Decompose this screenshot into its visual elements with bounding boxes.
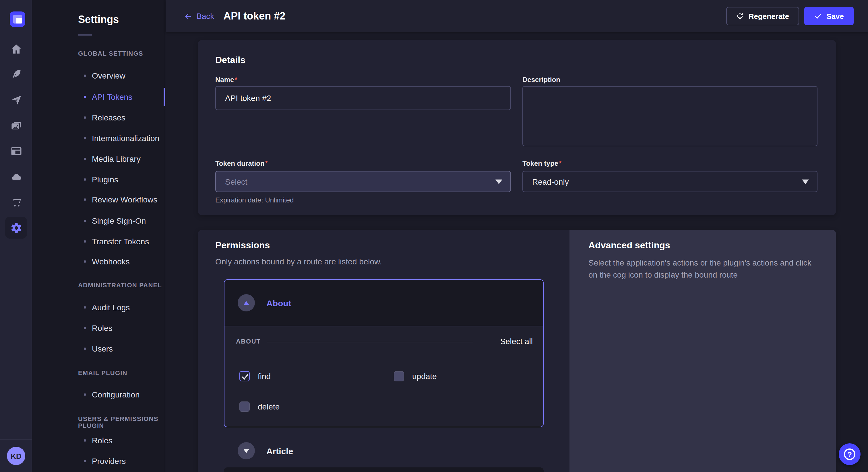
permission-update[interactable]: update <box>394 371 437 381</box>
about-section-label: ABOUT <box>236 338 260 345</box>
advanced-settings-heading: Advanced settings <box>588 240 670 250</box>
chevron-down-icon <box>802 179 809 184</box>
save-button[interactable]: Save <box>804 7 854 25</box>
sidebar-item-webhooks[interactable]: Webhooks <box>32 251 165 272</box>
app: KD Settings GLOBAL SETTINGS Overview API… <box>0 0 868 472</box>
section-users-permissions-plugin: USERS & PERMISSIONS PLUGIN <box>78 415 165 429</box>
delete-checkbox[interactable] <box>239 401 250 412</box>
divider <box>267 342 473 342</box>
description-textarea[interactable] <box>522 86 817 146</box>
accordion-article[interactable]: Article <box>224 434 544 467</box>
sidebar-item-single-sign-on[interactable]: Single Sign-On <box>32 210 165 231</box>
find-checkbox[interactable] <box>239 371 250 381</box>
permissions-panel: Permissions Only actions bound by a rout… <box>198 230 569 472</box>
feather-icon[interactable] <box>0 63 32 86</box>
back-label: Back <box>196 11 214 21</box>
sidebar-item-transfer-tokens[interactable]: Transfer Tokens <box>32 231 165 252</box>
expand-toggle-button[interactable] <box>238 442 255 460</box>
sidebar-item-providers[interactable]: Providers <box>32 451 165 471</box>
main-content: Back API token #2 Regenerate Save Detail… <box>166 0 868 472</box>
media-library-icon[interactable] <box>0 114 32 137</box>
collapse-toggle-button[interactable] <box>238 294 255 311</box>
token-type-label: Token type* <box>522 160 561 167</box>
token-duration-helper: Expiration date: Unlimited <box>215 196 293 204</box>
sidebar-item-users[interactable]: Users <box>32 338 165 359</box>
refresh-icon <box>736 12 744 20</box>
accordion-about-title: About <box>267 298 291 308</box>
page-title: API token #2 <box>223 10 285 22</box>
permission-delete[interactable]: delete <box>239 401 280 412</box>
section-email-plugin: EMAIL PLUGIN <box>78 369 127 376</box>
advanced-settings-panel: Advanced settings Select the application… <box>569 230 836 472</box>
section-administration-panel: ADMINISTRATION PANEL <box>78 281 162 289</box>
accordion-about-body: ABOUT Select all find update <box>224 327 543 427</box>
next-accordion-peek <box>224 467 544 472</box>
regenerate-button[interactable]: Regenerate <box>726 7 799 25</box>
sidebar-item-media-library[interactable]: Media Library <box>32 148 165 169</box>
sidebar-item-audit-logs[interactable]: Audit Logs <box>32 297 165 318</box>
back-button[interactable]: Back <box>184 11 214 21</box>
avatar[interactable]: KD <box>7 447 25 465</box>
sidebar-title-rule <box>78 34 92 36</box>
rail-divider <box>0 439 32 440</box>
send-icon[interactable] <box>0 88 32 111</box>
name-label: Name* <box>215 76 237 84</box>
help-button[interactable]: ? <box>839 443 861 465</box>
sidebar-title: Settings <box>78 14 119 26</box>
sidebar-item-releases[interactable]: Releases <box>32 107 165 128</box>
strapi-logo[interactable] <box>10 11 25 27</box>
home-icon[interactable] <box>0 37 32 60</box>
chevron-up-icon <box>243 301 249 305</box>
token-type-select[interactable]: Read-only <box>522 171 817 192</box>
sidebar-item-overview[interactable]: Overview <box>32 65 165 86</box>
update-checkbox[interactable] <box>394 371 404 381</box>
sidebar-item-up-roles[interactable]: Roles <box>32 430 165 451</box>
sidebar-item-roles[interactable]: Roles <box>32 318 165 338</box>
token-duration-select[interactable]: Select <box>215 171 511 192</box>
permissions-card: Permissions Only actions bound by a rout… <box>198 230 836 472</box>
chevron-down-icon <box>243 449 249 453</box>
accordion-about: About ABOUT Select all find <box>224 279 544 427</box>
name-input[interactable] <box>215 86 511 110</box>
permission-find[interactable]: find <box>239 371 271 381</box>
question-mark-icon: ? <box>844 448 856 460</box>
chevron-down-icon <box>495 179 502 184</box>
sidebar-item-internationalization[interactable]: Internationalization <box>32 128 165 148</box>
advanced-settings-description: Select the application's actions or the … <box>588 257 819 281</box>
description-label: Description <box>522 76 560 84</box>
layout-icon[interactable] <box>0 139 32 162</box>
page-header: Back API token #2 Regenerate Save <box>166 0 868 32</box>
nav-rail: KD <box>0 0 32 472</box>
sidebar-item-review-workflows[interactable]: Review Workflows <box>32 189 165 210</box>
select-all-label: Select all <box>500 337 533 346</box>
arrow-left-icon <box>184 12 192 20</box>
sidebar-item-configuration[interactable]: Configuration <box>32 384 165 405</box>
permissions-heading: Permissions <box>215 240 270 250</box>
sidebar-item-api-tokens[interactable]: API Tokens <box>32 87 165 107</box>
details-heading: Details <box>215 55 245 65</box>
gear-icon[interactable] <box>5 217 27 239</box>
settings-sidebar: Settings GLOBAL SETTINGS Overview API To… <box>32 0 165 472</box>
required-asterisk: * <box>235 76 237 84</box>
cloud-icon[interactable] <box>0 165 32 188</box>
check-icon <box>814 12 822 20</box>
token-duration-label: Token duration* <box>215 160 268 167</box>
accordion-about-header[interactable]: About <box>224 280 543 326</box>
cart-icon[interactable] <box>0 191 32 213</box>
accordion-article-title: Article <box>267 446 293 456</box>
permissions-subtitle: Only actions bound by a route are listed… <box>215 257 382 266</box>
details-card: Details Name* Description Token duration… <box>198 40 836 215</box>
sidebar-item-plugins[interactable]: Plugins <box>32 169 165 190</box>
section-global-settings: GLOBAL SETTINGS <box>78 50 143 57</box>
